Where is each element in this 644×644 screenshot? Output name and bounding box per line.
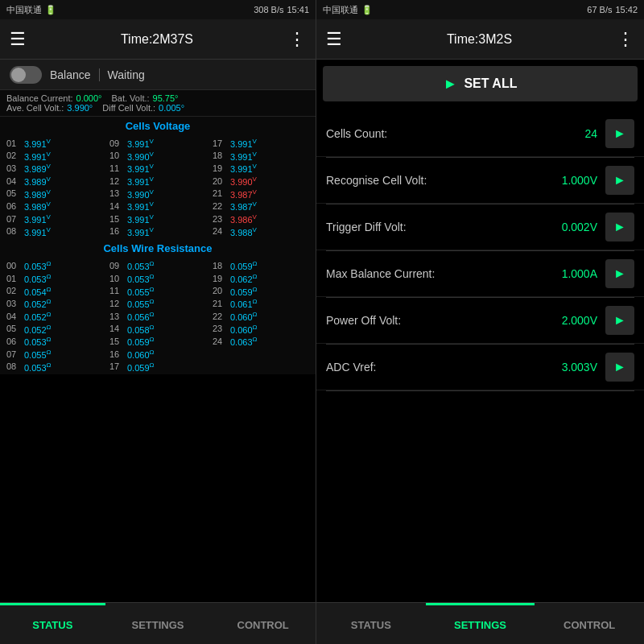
table-row: 203.990V bbox=[209, 175, 312, 188]
table-row: 163.991V bbox=[106, 225, 209, 238]
power-off-volt-value: 2.000V bbox=[541, 314, 597, 327]
set-all-icon: ► bbox=[444, 76, 458, 93]
left-nav-control[interactable]: CONTROL bbox=[210, 603, 316, 644]
balance-current-value: 0.000° bbox=[76, 93, 102, 103]
table-row: 200.059Ω bbox=[209, 285, 312, 298]
table-row: 043.989V bbox=[3, 175, 106, 188]
table-row: 013.991V bbox=[3, 137, 106, 150]
table-row: 233.986V bbox=[209, 213, 312, 225]
trigger-diff-volt-row: Trigger Diff Volt: 0.002V ► bbox=[316, 204, 644, 250]
table-row: 090.053Ω bbox=[106, 259, 209, 272]
table-row: 130.056Ω bbox=[106, 310, 209, 323]
table-row: 133.990V bbox=[106, 188, 209, 200]
recognise-cell-volt-send-button[interactable]: ► bbox=[605, 166, 634, 195]
left-status-bar: 中国联通 🔋 308 B/s 15:41 bbox=[0, 0, 316, 19]
table-row: 213.987V bbox=[209, 188, 312, 200]
set-all-button[interactable]: ► SET ALL bbox=[323, 66, 638, 101]
table-row: 190.062Ω bbox=[209, 272, 312, 285]
recognise-cell-volt-label: Recognise Cell Volt: bbox=[326, 174, 541, 187]
right-nav-control[interactable]: CONTROL bbox=[535, 603, 644, 644]
bat-volt-label: Bat. Volt.: bbox=[111, 93, 149, 103]
cells-count-row: Cells Count: 24 ► bbox=[316, 111, 644, 157]
trigger-diff-volt-value: 0.002V bbox=[541, 221, 597, 233]
table-row: 230.060Ω bbox=[209, 323, 312, 336]
table-row: 153.991V bbox=[106, 213, 209, 225]
left-status-bar-right: 308 B/s 15:41 bbox=[254, 5, 309, 14]
wire-resistance-header: Cells Wire Resistance bbox=[0, 239, 316, 258]
table-row: 223.987V bbox=[209, 200, 312, 213]
adc-vref-row: ADC Vref: 3.003V ► bbox=[316, 345, 644, 390]
left-bottom-nav: STATUS SETTINGS CONTROL bbox=[0, 602, 316, 644]
left-speed: 308 B/s bbox=[254, 5, 283, 14]
balance-label: Balance bbox=[50, 68, 91, 81]
right-hamburger-icon[interactable]: ☰ bbox=[326, 29, 342, 50]
ave-cell-volt-value: 3.990° bbox=[67, 103, 93, 113]
table-row: 010.053Ω bbox=[3, 272, 106, 285]
right-top-bar: ☰ Time:3M2S ⋮ bbox=[316, 19, 644, 60]
table-row: 173.991V bbox=[209, 137, 312, 150]
right-status-bar-left: 中国联通 🔋 bbox=[323, 4, 373, 16]
bat-volt-value: 95.75° bbox=[153, 93, 179, 103]
table-row: 150.059Ω bbox=[106, 335, 209, 348]
table-row: 240.063Ω bbox=[209, 335, 312, 348]
table-row: 120.055Ω bbox=[106, 297, 209, 310]
table-row bbox=[209, 361, 312, 374]
table-row: 030.052Ω bbox=[3, 297, 106, 310]
left-time-display: Time:2M37S bbox=[121, 32, 193, 47]
left-dots-menu-icon[interactable]: ⋮ bbox=[288, 29, 306, 50]
table-row: 050.052Ω bbox=[3, 323, 106, 336]
left-nav-status[interactable]: STATUS bbox=[0, 603, 105, 644]
table-row: 083.991V bbox=[3, 225, 106, 238]
recognise-cell-volt-value: 1.000V bbox=[541, 174, 597, 187]
table-row: 023.991V bbox=[3, 150, 106, 163]
recognise-cell-volt-row: Recognise Cell Volt: 1.000V ► bbox=[316, 158, 644, 204]
left-nav-settings[interactable]: SETTINGS bbox=[105, 603, 211, 644]
right-carrier: 中国联通 bbox=[323, 4, 358, 16]
right-panel: 中国联通 🔋 67 B/s 15:42 ☰ Time:3M2S ⋮ ► SET … bbox=[316, 0, 644, 644]
balance-toggle[interactable] bbox=[10, 66, 42, 84]
right-time-display: Time:3M2S bbox=[447, 32, 512, 47]
voltage-table: 013.991V 093.991V 173.991V 023.991V 103.… bbox=[0, 135, 316, 239]
table-row: 110.055Ω bbox=[106, 285, 209, 298]
table-row: 000.053Ω bbox=[3, 259, 106, 272]
power-off-volt-send-button[interactable]: ► bbox=[605, 306, 634, 335]
table-row: 033.989V bbox=[3, 162, 106, 175]
table-row: 060.053Ω bbox=[3, 335, 106, 348]
right-signal-icon: 🔋 bbox=[361, 5, 373, 15]
table-row: 193.991V bbox=[209, 162, 312, 175]
adc-vref-send-button[interactable]: ► bbox=[605, 353, 634, 382]
left-time: 15:41 bbox=[287, 5, 309, 14]
table-row: 243.988V bbox=[209, 225, 312, 238]
table-row: 183.991V bbox=[209, 150, 312, 163]
trigger-diff-volt-send-button[interactable]: ► bbox=[605, 213, 634, 242]
table-row: 070.055Ω bbox=[3, 348, 106, 361]
right-dots-menu-icon[interactable]: ⋮ bbox=[617, 29, 634, 50]
table-row: 160.060Ω bbox=[106, 348, 209, 361]
adc-vref-label: ADC Vref: bbox=[326, 361, 541, 374]
cells-count-send-button[interactable]: ► bbox=[605, 119, 634, 148]
left-status-bar-left: 中国联通 🔋 bbox=[6, 4, 56, 16]
left-hamburger-icon[interactable]: ☰ bbox=[10, 29, 26, 50]
diff-cell-volt-value: 0.005° bbox=[159, 103, 184, 113]
left-carrier: 中国联通 bbox=[6, 4, 42, 16]
power-off-volt-row: Power Off Volt: 2.000V ► bbox=[316, 298, 644, 344]
table-row: 093.991V bbox=[106, 137, 209, 150]
divider bbox=[326, 390, 634, 391]
max-balance-current-value: 1.000A bbox=[541, 267, 597, 280]
left-panel: 中国联通 🔋 308 B/s 15:41 ☰ Time:2M37S ⋮ Bala… bbox=[0, 0, 316, 644]
left-top-bar: ☰ Time:2M37S ⋮ bbox=[0, 19, 316, 60]
right-bottom-nav: STATUS SETTINGS CONTROL bbox=[316, 602, 644, 644]
cells-voltage-header: Cells Voltage bbox=[0, 117, 316, 135]
right-speed: 67 B/s bbox=[587, 5, 612, 14]
left-toggle-row: Balance Waiting bbox=[0, 60, 316, 90]
left-signal-icon: 🔋 bbox=[45, 5, 56, 15]
table-row: 080.053Ω bbox=[3, 361, 106, 374]
right-nav-settings[interactable]: SETTINGS bbox=[426, 603, 535, 644]
table-row: 053.989V bbox=[3, 188, 106, 200]
adc-vref-value: 3.003V bbox=[541, 361, 597, 374]
table-row: 100.053Ω bbox=[106, 272, 209, 285]
max-balance-current-send-button[interactable]: ► bbox=[605, 259, 634, 288]
ave-cell-volt-label: Ave. Cell Volt.: bbox=[6, 103, 64, 113]
right-nav-status[interactable]: STATUS bbox=[316, 603, 426, 644]
max-balance-current-row: Max Balance Current: 1.000A ► bbox=[316, 251, 644, 297]
